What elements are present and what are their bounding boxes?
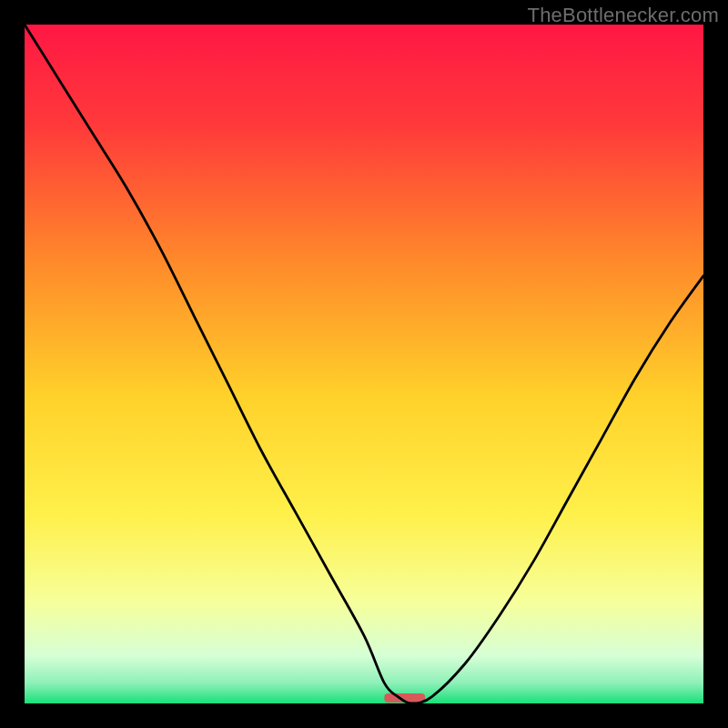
- chart-svg: [25, 25, 703, 703]
- gradient-background: [25, 25, 703, 703]
- watermark-text: TheBottlenecker.com: [528, 4, 719, 27]
- chart-frame: TheBottlenecker.com: [0, 0, 728, 728]
- chart-plot-area: [25, 25, 703, 703]
